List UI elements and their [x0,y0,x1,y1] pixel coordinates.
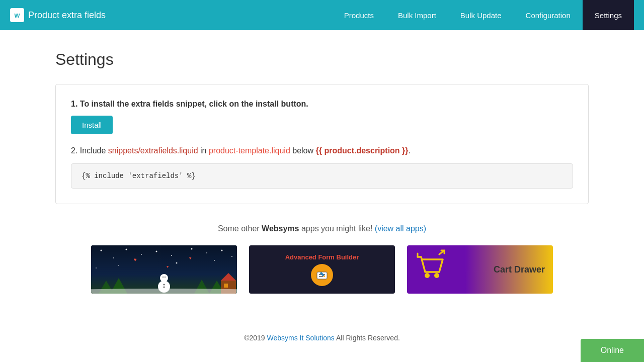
main-nav: Products Bulk Import Bulk Update Configu… [332,0,634,30]
brand-label: Product extra fields [28,10,106,21]
nav-item-configuration[interactable]: Configuration [514,0,583,30]
svg-point-12 [176,262,178,264]
svg-point-43 [434,273,439,278]
app-card-holiday[interactable]: ♥ ♥ ♥ [91,245,237,294]
nav-item-products[interactable]: Products [332,0,386,30]
apps-section: Some other Websyms apps you might like! … [55,224,589,304]
svg-point-42 [425,273,430,278]
svg-point-13 [214,260,215,261]
header: w Product extra fields Products Bulk Imp… [0,0,644,30]
svg-point-35 [91,289,237,294]
svg-point-5 [156,251,157,252]
svg-rect-34 [224,284,228,288]
install-button[interactable]: Install [71,116,113,134]
apps-suffix: apps you might like! [299,224,372,233]
app-card-cart-drawer[interactable]: Cart Drawer [407,245,553,294]
svg-text:♥: ♥ [189,256,192,260]
svg-point-27 [164,287,165,288]
footer: ©2019 Websyms It Solutions All Rights Re… [0,324,644,352]
svg-point-8 [206,252,207,253]
holiday-scene-svg: ♥ ♥ ♥ [91,245,237,294]
svg-point-9 [221,250,223,251]
page-title: Settings [55,50,589,69]
online-badge[interactable]: Online [581,339,644,352]
step2-below: below [290,146,316,155]
app-card-holiday-inner: ♥ ♥ ♥ [91,245,237,294]
apps-prefix: Some other [218,224,262,233]
nav-item-bulk-update[interactable]: Bulk Update [448,0,514,30]
app-card-form-builder[interactable]: Advanced Form Builder [249,245,395,294]
step2-period: . [409,146,411,155]
form-builder-title: Advanced Form Builder [285,253,359,261]
svg-point-7 [191,248,193,250]
step2-text: 2. Include snippets/extrafields.liquid i… [71,146,573,155]
footer-brand-link[interactable]: Websyms It Solutions [267,334,335,342]
brand: w Product extra fields [10,8,106,22]
svg-text:♥: ♥ [134,257,137,262]
nav-item-bulk-import[interactable]: Bulk Import [386,0,448,30]
svg-point-26 [164,284,165,286]
svg-point-2 [113,257,114,258]
svg-point-24 [163,277,164,278]
svg-point-3 [126,249,127,250]
apps-grid: ♥ ♥ ♥ [55,245,589,294]
svg-text:♥: ♥ [167,265,169,268]
step1-text: 1. To install the extra fields snippet, … [71,100,573,109]
svg-point-11 [118,265,119,266]
brand-icon: w [10,8,24,22]
svg-point-25 [165,277,166,278]
nav-item-settings[interactable]: Settings [583,0,634,30]
footer-suffix: All Rights Reserved. [335,334,400,342]
svg-point-14 [96,267,97,268]
step2-variable: {{ product.description }} [316,146,409,155]
apps-brand: Websyms [262,224,299,233]
svg-point-6 [171,255,172,256]
step2-prefix: 2. Include [71,146,108,155]
svg-point-1 [101,250,102,251]
step2-in: in [198,146,209,155]
view-all-apps-link[interactable]: (view all apps) [375,224,426,233]
step1-label: 1. To install the extra fields snippet, … [71,100,308,108]
cart-drawer-title: Cart Drawer [494,264,545,275]
footer-prefix: ©2019 [244,334,267,342]
svg-point-4 [141,254,142,255]
apps-tagline: Some other Websyms apps you might like! … [55,224,589,233]
settings-card: 1. To install the extra fields snippet, … [55,84,589,204]
svg-point-10 [231,256,232,257]
main-content: Settings 1. To install the extra fields … [25,30,619,324]
svg-point-23 [160,274,168,282]
step2-file2: product-template.liquid [209,146,290,155]
code-block: {% include 'extrafields' %} [71,163,573,189]
form-builder-icon [311,264,333,286]
step2-file1: snippets/extrafields.liquid [108,146,198,155]
cart-drawer-cart-icon [415,249,445,290]
